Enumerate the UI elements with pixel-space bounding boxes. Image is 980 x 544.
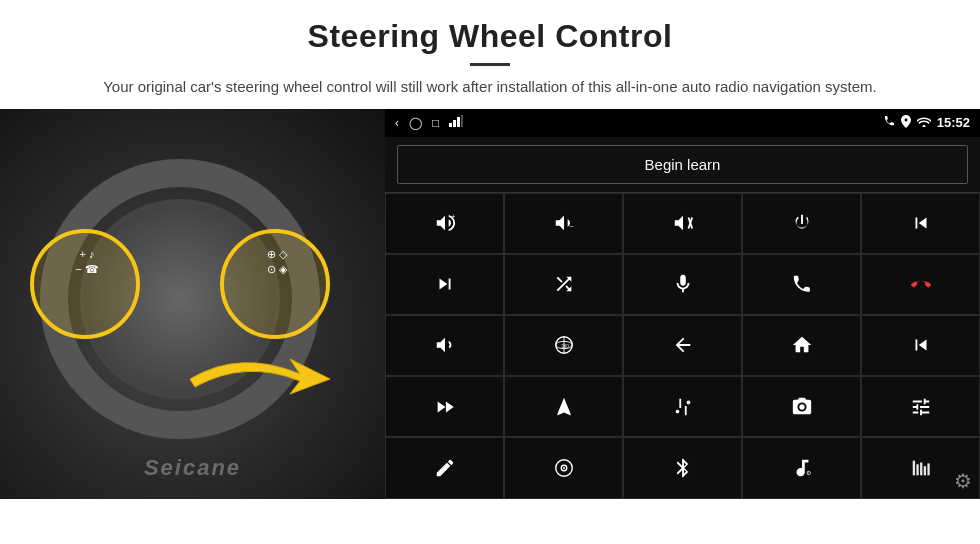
signal-icon [449,115,463,130]
svg-rect-0 [449,123,452,127]
mic-button[interactable] [623,254,742,315]
skip-back-button[interactable] [861,315,980,376]
wheel-btn-label4: ⊙ ◈ [232,262,322,277]
radio-ui: ‹ ◯ □ [385,109,980,499]
svg-text:⚙: ⚙ [805,470,810,476]
settings-gear-icon[interactable]: ⚙ [954,469,972,493]
power-button[interactable] [742,193,861,254]
vol-down-button[interactable]: − [504,193,623,254]
location-icon [901,115,911,131]
view-360-button[interactable]: 360 [504,315,623,376]
page-title: Steering Wheel Control [60,18,920,55]
svg-rect-20 [927,463,929,475]
mute-button[interactable] [623,193,742,254]
status-time: 15:52 [937,115,970,130]
highlight-circle-left [30,229,140,339]
svg-text:+: + [451,213,455,220]
seicane-watermark: Seicane [144,455,241,481]
wheel-btn-label3: ⊕ ◇ [232,247,322,262]
wheel-btn-label2: − ☎ [42,262,132,277]
back-arrow-icon[interactable]: ‹ [395,116,399,130]
vol-up-button[interactable]: + [385,193,504,254]
svg-rect-2 [457,117,460,127]
status-bar: ‹ ◯ □ [385,109,980,137]
begin-learn-container: Begin learn [385,137,980,192]
steering-wheel-image: + ♪ − ☎ ⊕ ◇ ⊙ ◈ Seicane [0,109,385,499]
phone-status-icon [883,115,895,130]
yellow-arrow-icon [180,339,360,419]
pen-button[interactable] [385,437,504,498]
disc-button[interactable] [504,437,623,498]
wifi-icon [917,116,931,130]
svg-rect-17 [916,464,918,475]
phone-end-button[interactable] [861,254,980,315]
music-button[interactable]: ⚙ [742,437,861,498]
controls-grid: + − [385,192,980,499]
highlight-circle-right [220,229,330,339]
home-circle-icon[interactable]: ◯ [409,116,422,130]
page-header: Steering Wheel Control Your original car… [0,0,980,109]
phone-answer-button[interactable] [742,254,861,315]
content-area: + ♪ − ☎ ⊕ ◇ ⊙ ◈ Seicane ‹ ◯ □ [0,109,980,499]
begin-learn-button[interactable]: Begin learn [397,145,968,184]
fast-forward-button[interactable] [385,376,504,437]
next-track-button[interactable] [385,254,504,315]
svg-point-14 [563,467,565,469]
svg-rect-3 [461,115,463,127]
home-nav-button[interactable] [742,315,861,376]
navigation-button[interactable] [504,376,623,437]
status-bar-left: ‹ ◯ □ [395,115,463,130]
shuffle-button[interactable] [504,254,623,315]
horn-button[interactable] [385,315,504,376]
back-nav-button[interactable] [623,315,742,376]
status-bar-right: 15:52 [883,115,970,131]
svg-rect-19 [923,466,925,475]
svg-rect-1 [453,120,456,127]
svg-text:−: − [569,223,573,232]
bluetooth-button[interactable] [623,437,742,498]
wheel-btn-label: + ♪ [42,247,132,262]
square-icon[interactable]: □ [432,116,439,130]
settings-eq-button[interactable] [861,376,980,437]
svg-rect-16 [912,461,914,476]
svg-rect-18 [920,462,922,475]
eq-button[interactable] [623,376,742,437]
svg-text:360: 360 [561,344,569,349]
prev-track-button[interactable] [861,193,980,254]
page-subtitle: Your original car's steering wheel contr… [80,76,900,99]
title-divider [470,63,510,66]
camera-button[interactable] [742,376,861,437]
